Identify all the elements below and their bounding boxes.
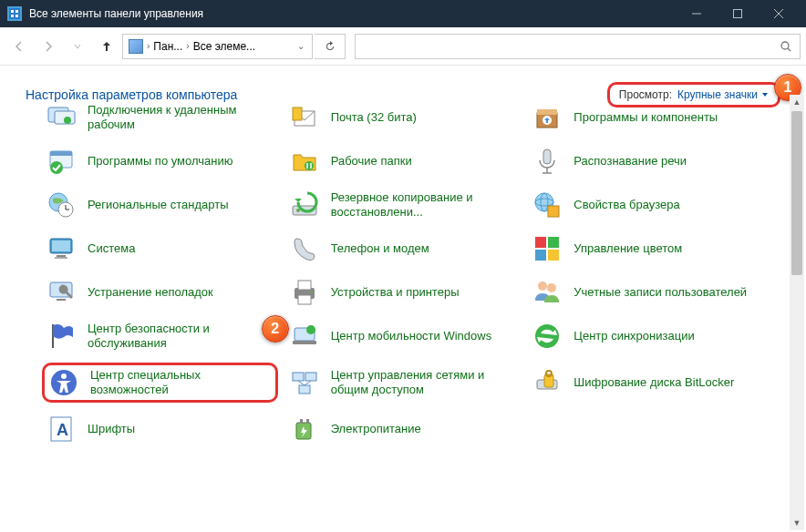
sync-icon [532, 321, 563, 352]
nav-toolbar: › Пан... › Все элеме... ⌄ [0, 27, 806, 66]
item-devices-printers[interactable]: Устройства и принтеры [285, 275, 522, 310]
close-button[interactable] [758, 0, 799, 27]
item-label: Резервное копирование и восстановлени... [331, 190, 518, 220]
item-label: Рабочие папки [331, 154, 412, 169]
svg-rect-3 [11, 15, 14, 17]
item-ease-of-access[interactable]: Центр специальных возможностей [42, 363, 278, 403]
svg-rect-37 [52, 240, 70, 251]
item-color-management[interactable]: Управление цветом [528, 231, 764, 266]
item-security-maintenance[interactable]: Центр безопасности и обслуживания 2 [42, 319, 278, 353]
item-user-accounts[interactable]: Учетные записи пользователей [528, 275, 764, 310]
svg-rect-61 [299, 385, 310, 394]
svg-rect-45 [57, 299, 66, 301]
item-programs-features[interactable]: Программы и компоненты [528, 100, 764, 135]
svg-rect-17 [537, 109, 557, 115]
item-label: Центр специальных возможностей [90, 368, 272, 398]
recent-dropdown[interactable] [64, 33, 91, 60]
svg-rect-0 [9, 8, 20, 19]
item-work-folders[interactable]: Рабочие папки [285, 144, 522, 179]
item-sync-center[interactable]: Центр синхронизации [528, 319, 764, 353]
region-icon [46, 189, 77, 220]
back-button[interactable] [5, 33, 33, 60]
default-programs-icon [46, 146, 77, 177]
item-label: Устранение неполадок [88, 285, 213, 300]
svg-point-58 [61, 373, 67, 379]
svg-rect-38 [57, 255, 66, 257]
system-icon [46, 233, 77, 264]
up-button[interactable] [93, 33, 120, 60]
item-backup-restore[interactable]: Резервное копирование и восстановлени... [285, 188, 522, 222]
svg-line-62 [298, 381, 305, 385]
item-remote-desktop[interactable]: Подключения к удаленным рабочим [42, 100, 278, 135]
breadcrumb[interactable]: › Пан... › Все элеме... ⌄ [122, 34, 313, 59]
bitlocker-icon [532, 367, 563, 398]
item-default-programs[interactable]: Программы по умолчанию [42, 144, 278, 179]
breadcrumb-seg-2[interactable]: Все элеме... [193, 40, 255, 53]
svg-point-55 [306, 325, 315, 334]
svg-rect-54 [293, 341, 316, 344]
chevron-right-icon[interactable]: › [145, 41, 151, 51]
fonts-icon: A [46, 414, 77, 445]
item-mobility-center[interactable]: Центр мобильности Windows [285, 319, 522, 353]
forward-button[interactable] [35, 33, 62, 60]
mail-icon [289, 102, 320, 133]
svg-rect-66 [546, 371, 552, 376]
item-label: Шрифты [88, 422, 135, 436]
item-label: Шифрование диска BitLocker [574, 375, 734, 390]
scroll-thumb[interactable] [791, 111, 802, 275]
search-input[interactable] [355, 34, 801, 59]
item-bitlocker[interactable]: Шифрование диска BitLocker [528, 363, 764, 403]
item-label: Программы по умолчанию [88, 154, 232, 169]
item-phone-modem[interactable]: Телефон и модем [285, 231, 522, 266]
svg-rect-59 [293, 373, 304, 381]
svg-rect-42 [535, 250, 546, 261]
vertical-scrollbar[interactable]: ▲ ▼ [790, 95, 804, 530]
item-speech-recognition[interactable]: Распознавание речи [528, 144, 764, 179]
item-internet-options[interactable]: Свойства браузера [528, 188, 764, 222]
minimize-button[interactable] [676, 0, 717, 27]
svg-point-22 [305, 161, 314, 170]
item-fonts[interactable]: A Шрифты [42, 412, 278, 446]
svg-text:A: A [57, 421, 68, 439]
svg-point-13 [64, 117, 71, 124]
phone-icon [289, 233, 320, 264]
troubleshooting-icon [46, 277, 77, 308]
scroll-up-arrow[interactable]: ▲ [790, 95, 804, 109]
item-region[interactable]: Региональные стандарты [42, 188, 278, 222]
mobility-icon [289, 321, 320, 352]
svg-rect-2 [16, 10, 18, 13]
chevron-right-icon[interactable]: › [184, 41, 191, 51]
items-grid: Подключения к удаленным рабочим Почта (3… [0, 95, 790, 452]
item-system[interactable]: Система [42, 231, 278, 266]
item-label: Распознавание речи [574, 154, 687, 169]
microphone-icon [532, 146, 563, 177]
breadcrumb-seg-1[interactable]: Пан... [153, 40, 182, 53]
svg-rect-1 [11, 10, 14, 13]
item-label: Телефон и модем [331, 241, 429, 256]
maximize-button[interactable] [717, 0, 758, 27]
item-network-sharing[interactable]: Центр управления сетями и общим доступом [285, 363, 522, 403]
scroll-down-arrow[interactable]: ▼ [790, 516, 804, 530]
item-label: Свойства браузера [574, 198, 679, 212]
content-area: Подключения к удаленным рабочим Почта (3… [0, 95, 790, 532]
item-label: Электропитание [331, 422, 421, 436]
svg-rect-39 [55, 257, 67, 259]
chevron-down-icon[interactable]: ⌄ [295, 41, 306, 51]
programs-icon [532, 102, 563, 133]
svg-point-21 [50, 161, 63, 174]
item-mail[interactable]: Почта (32 бита) [285, 100, 522, 135]
item-label: Система [88, 241, 135, 256]
svg-line-10 [788, 48, 790, 51]
svg-rect-6 [733, 10, 741, 18]
item-power-options[interactable]: Электропитание [285, 412, 522, 446]
item-troubleshooting[interactable]: Устранение неполадок [42, 275, 278, 310]
refresh-button[interactable] [315, 34, 346, 59]
printer-icon [289, 277, 320, 308]
svg-rect-41 [548, 237, 559, 248]
backup-icon [289, 189, 320, 220]
svg-point-49 [308, 291, 311, 293]
remote-desktop-icon [46, 102, 77, 133]
svg-point-50 [538, 281, 547, 291]
svg-rect-71 [306, 419, 309, 424]
svg-point-9 [781, 42, 789, 49]
